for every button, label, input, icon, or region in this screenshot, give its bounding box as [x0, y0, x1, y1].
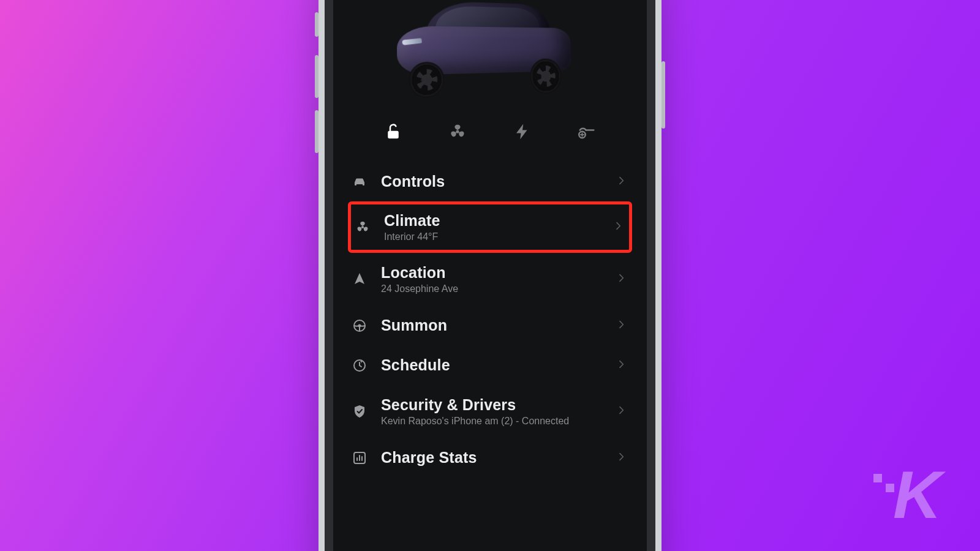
menu-row-location[interactable]: Location 24 Josephine Ave — [348, 253, 632, 305]
chevron-right-icon — [614, 221, 624, 233]
app-screen: Controls Climate Interior 44°F Location … — [333, 0, 647, 551]
menu-list: Controls Climate Interior 44°F Location … — [333, 162, 647, 478]
lightning-icon — [513, 122, 532, 141]
menu-subtitle: Interior 44°F — [384, 231, 602, 242]
chevron-right-icon — [617, 273, 627, 285]
menu-row-controls[interactable]: Controls — [348, 162, 632, 201]
quick-action-charge[interactable] — [506, 118, 539, 146]
menu-title: Charge Stats — [381, 449, 605, 467]
menu-row-security[interactable]: Security & Drivers Kevin Raposo's iPhone… — [348, 385, 632, 438]
watermark-logo: K — [870, 451, 956, 527]
menu-title: Summon — [381, 317, 605, 334]
clock-bolt-icon — [350, 358, 369, 373]
fan-icon — [353, 220, 372, 234]
charge-port-icon — [578, 122, 596, 141]
svg-text:K: K — [893, 457, 946, 524]
chevron-right-icon — [617, 320, 627, 332]
phone-frame: Controls Climate Interior 44°F Location … — [318, 0, 662, 551]
chevron-right-icon — [617, 176, 627, 188]
menu-subtitle: Kevin Raposo's iPhone am (2) - Connected — [381, 416, 605, 427]
quick-action-lock[interactable] — [377, 118, 410, 146]
chevron-right-icon — [617, 405, 627, 418]
bar-chart-icon — [350, 451, 369, 465]
chevron-right-icon — [617, 359, 627, 372]
phone-power-button — [662, 61, 665, 129]
svg-rect-7 — [873, 474, 882, 482]
menu-row-summon[interactable]: Summon — [348, 305, 632, 345]
menu-row-climate[interactable]: Climate Interior 44°F — [348, 201, 632, 253]
menu-title: Location — [381, 264, 605, 282]
menu-title: Controls — [381, 173, 605, 190]
shield-check-icon — [350, 404, 369, 419]
nav-arrow-icon — [350, 272, 369, 287]
chevron-right-icon — [617, 452, 627, 464]
quick-action-port[interactable] — [570, 118, 603, 146]
fan-icon — [448, 122, 467, 141]
menu-row-schedule[interactable]: Schedule — [348, 345, 632, 385]
vehicle-image — [333, 0, 647, 113]
menu-title: Schedule — [381, 356, 605, 374]
phone-volume-down — [315, 110, 318, 153]
menu-title: Climate — [384, 212, 602, 230]
phone-mute-switch — [315, 12, 318, 37]
car-front-icon — [350, 174, 369, 189]
menu-row-charge-stats[interactable]: Charge Stats — [348, 438, 632, 478]
menu-subtitle: 24 Josephine Ave — [381, 283, 605, 294]
steering-wheel-icon — [350, 318, 369, 333]
quick-action-climate[interactable] — [441, 118, 474, 146]
unlock-icon — [384, 122, 402, 141]
quick-actions-row — [333, 113, 647, 162]
menu-title: Security & Drivers — [381, 396, 605, 414]
phone-volume-up — [315, 55, 318, 98]
